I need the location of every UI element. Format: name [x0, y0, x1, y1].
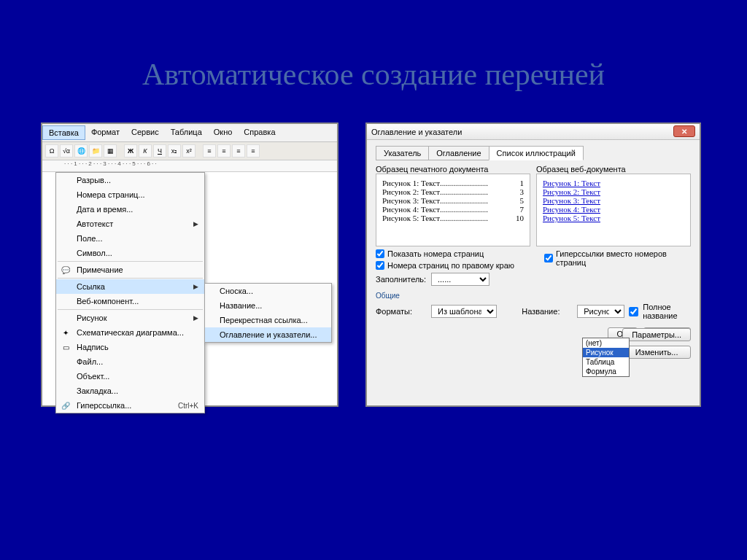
- chk-full-name-label: Полное название: [643, 303, 691, 320]
- align-justify-icon[interactable]: ≡: [247, 144, 260, 158]
- web-preview-link: Рисунок 4: Текст: [543, 205, 684, 214]
- menu-window[interactable]: Окно: [208, 125, 239, 140]
- chk-right-align[interactable]: [376, 261, 384, 270]
- insert-dropdown[interactable]: Разрыв...Номера страниц...Дата и время..…: [55, 172, 205, 413]
- name-label: Название:: [522, 307, 573, 316]
- submenu-item[interactable]: Название...: [205, 298, 331, 313]
- menu-item[interactable]: Гиперссылка...🔗Ctrl+K: [56, 398, 204, 413]
- close-icon[interactable]: ✕: [673, 125, 695, 137]
- name-dropdown-list[interactable]: (нет)РисунокТаблицаФормула: [582, 338, 630, 377]
- toc-dialog: Оглавление и указатели ✕ Указатель Оглав…: [365, 122, 701, 407]
- globe-icon[interactable]: 🌐: [74, 144, 88, 158]
- chk-hyperlinks-label: Гиперссылки вместо номеров страниц: [556, 249, 691, 267]
- dialog-title: Оглавление и указатели: [371, 128, 462, 136]
- italic-icon[interactable]: К: [139, 144, 152, 158]
- grid-icon[interactable]: ▦: [104, 144, 117, 158]
- submenu-item[interactable]: Перекрестная ссылка...: [205, 313, 331, 327]
- tab-toc[interactable]: Оглавление: [428, 146, 489, 160]
- menu-item[interactable]: Дата и время...: [56, 202, 204, 217]
- underline-icon[interactable]: Ч: [153, 144, 166, 158]
- filler-select[interactable]: ......: [431, 273, 489, 286]
- align-center-icon[interactable]: ≡: [217, 144, 231, 158]
- chk-full-name[interactable]: [629, 307, 638, 316]
- menu-help[interactable]: Справка: [238, 125, 281, 140]
- chevron-right-icon: ▶: [193, 220, 198, 228]
- slide-title: Автоматическое создание перечней: [0, 57, 747, 92]
- menu-bar[interactable]: Вставка Формат Сервис Таблица Окно Справ…: [42, 124, 337, 142]
- print-preview: Рисунок 1: Текст .......................…: [376, 174, 530, 246]
- menu-table[interactable]: Таблица: [165, 125, 208, 140]
- menu-item[interactable]: Объект...: [56, 369, 204, 384]
- name-option[interactable]: (нет): [583, 338, 629, 348]
- chevron-right-icon: ▶: [193, 314, 198, 322]
- name-option[interactable]: Формула: [583, 367, 629, 376]
- chk-right-align-label: Номера страниц по правому краю: [387, 261, 514, 270]
- menu-item[interactable]: Надпись▭: [56, 340, 204, 354]
- sup-icon[interactable]: x²: [182, 144, 196, 158]
- menu-item[interactable]: Разрыв...: [56, 173, 204, 187]
- menu-item[interactable]: Примечание💬: [56, 262, 204, 277]
- btn-params[interactable]: Параметры...: [622, 328, 691, 341]
- web-preview-link: Рисунок 5: Текст: [543, 214, 684, 222]
- format-label: Форматы:: [376, 307, 427, 316]
- tab-index[interactable]: Указатель: [376, 146, 429, 160]
- web-preview-link: Рисунок 2: Текст: [543, 187, 684, 196]
- chk-show-pages-label: Показать номера страниц: [387, 249, 484, 258]
- menu-item[interactable]: Схематическая диаграмма...✦: [56, 325, 204, 340]
- web-preview: Рисунок 1: ТекстРисунок 2: ТекстРисунок …: [536, 174, 691, 246]
- folder-icon[interactable]: 📁: [89, 144, 102, 158]
- omega-icon[interactable]: Ω: [45, 144, 58, 158]
- menu-item[interactable]: Ссылка▶: [56, 279, 204, 294]
- name-option[interactable]: Рисунок: [583, 348, 629, 357]
- submenu-item[interactable]: Оглавление и указатели...: [205, 327, 331, 342]
- web-preview-link: Рисунок 1: Текст: [543, 179, 684, 187]
- menu-item[interactable]: Веб-компонент...: [56, 294, 204, 308]
- menu-icon: 🔗: [61, 400, 71, 411]
- tab-row: Указатель Оглавление Список иллюстраций: [376, 146, 691, 160]
- name-option[interactable]: Таблица: [583, 357, 629, 367]
- align-left-icon[interactable]: ≡: [203, 144, 216, 158]
- bold-icon[interactable]: Ж: [124, 144, 137, 158]
- web-preview-link: Рисунок 3: Текст: [543, 196, 684, 205]
- menu-item[interactable]: Автотекст▶: [56, 217, 204, 231]
- chk-hyperlinks[interactable]: [544, 254, 553, 262]
- print-preview-header: Образец печатного документа: [376, 165, 530, 174]
- menu-icon: ✦: [61, 327, 71, 338]
- filler-label: Заполнитель:: [376, 275, 427, 284]
- document-area[interactable]: Разрыв...Номера страниц...Дата и время..…: [42, 172, 337, 403]
- menu-item[interactable]: Поле...: [56, 231, 204, 246]
- submenu-item[interactable]: Сноска...: [205, 284, 331, 298]
- general-section: Общие: [376, 292, 691, 300]
- formatting-toolbar: Ω √α 🌐 📁 ▦ Ж К Ч x₂ x² ≡ ≡ ≡ ≡: [42, 142, 337, 160]
- menu-item[interactable]: Символ...: [56, 246, 204, 260]
- name-select[interactable]: Рисунок: [577, 305, 624, 318]
- menu-icon: ▭: [61, 342, 71, 352]
- ruler: · · · 1 · · · 2 · · · 3 · · · 4 · · · 5 …: [42, 160, 337, 172]
- menu-item[interactable]: Файл...: [56, 354, 204, 369]
- menu-service[interactable]: Сервис: [125, 125, 165, 140]
- align-right-icon[interactable]: ≡: [232, 144, 245, 158]
- menu-icon: 💬: [61, 265, 71, 275]
- menu-item[interactable]: Рисунок▶: [56, 311, 204, 325]
- web-preview-header: Образец веб-документа: [536, 165, 691, 174]
- writer-window: Вставка Формат Сервис Таблица Окно Справ…: [41, 122, 338, 407]
- sqrt-icon[interactable]: √α: [60, 144, 73, 158]
- chk-show-pages[interactable]: [376, 249, 384, 258]
- menu-item[interactable]: Номера страниц...: [56, 187, 204, 202]
- link-submenu[interactable]: Сноска...Название...Перекрестная ссылка.…: [204, 283, 332, 343]
- menu-insert[interactable]: Вставка: [42, 125, 85, 140]
- chevron-right-icon: ▶: [193, 283, 198, 290]
- sub-icon[interactable]: x₂: [168, 144, 181, 158]
- format-select[interactable]: Из шаблона: [431, 305, 497, 318]
- btn-modify[interactable]: Изменить...: [622, 346, 691, 359]
- menu-format[interactable]: Формат: [85, 125, 125, 140]
- dialog-titlebar[interactable]: Оглавление и указатели ✕: [367, 124, 700, 140]
- menu-item[interactable]: Закладка...: [56, 384, 204, 398]
- tab-illustrations[interactable]: Список иллюстраций: [489, 146, 584, 160]
